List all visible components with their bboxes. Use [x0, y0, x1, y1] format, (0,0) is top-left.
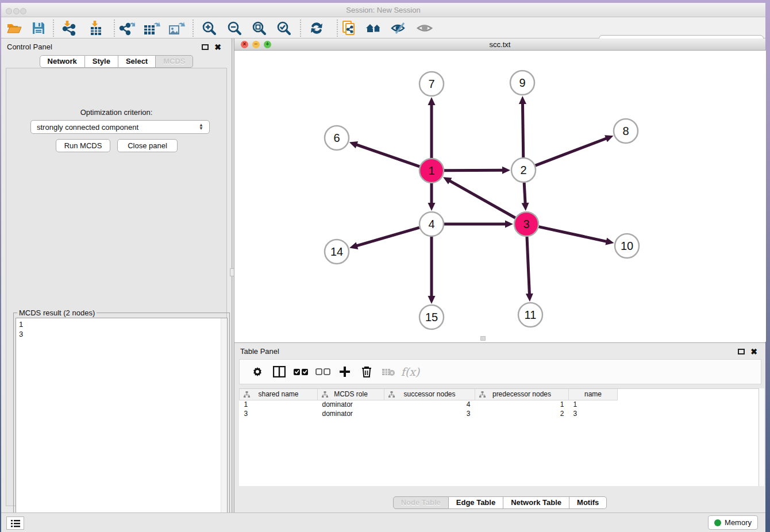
graph-node-3[interactable]: 3 — [514, 212, 538, 236]
graph-edge-2-8[interactable] — [536, 135, 614, 165]
float-table-panel-icon[interactable] — [738, 349, 745, 354]
float-panel-icon[interactable] — [202, 44, 209, 50]
graph-node-14[interactable]: 14 — [325, 240, 349, 264]
table-cell[interactable]: 1 — [569, 400, 618, 409]
graph-node-2[interactable]: 2 — [511, 158, 536, 182]
table-cell[interactable]: 4 — [384, 400, 475, 409]
tab-select[interactable]: Select — [118, 55, 156, 68]
memory-label: Memory — [725, 518, 752, 527]
control-panel-tabs: NetworkStyleSelectMCDS — [1, 55, 232, 68]
graph-node-8[interactable]: 8 — [614, 119, 638, 143]
graph-node-15[interactable]: 15 — [419, 305, 444, 329]
column-header-shared-name[interactable]: shared name — [240, 389, 318, 400]
close-table-panel-icon[interactable]: ✖ — [750, 347, 757, 356]
mcds-result-title: MCDS result (2 nodes) — [17, 309, 97, 317]
table-cell[interactable]: 1 — [240, 400, 318, 409]
graph-node-6[interactable]: 6 — [325, 126, 349, 150]
graph-node-1[interactable]: 1 — [419, 159, 444, 183]
graph-edge-4-14[interactable] — [349, 228, 419, 249]
close-panel-button[interactable]: Close panel — [117, 139, 178, 152]
svg-text:1: 1 — [428, 164, 434, 177]
graph-edge-2-3[interactable] — [522, 183, 529, 211]
graph-edge-3-11[interactable] — [526, 237, 533, 302]
table-cell[interactable]: 3 — [384, 409, 475, 418]
graph-edge-4-3[interactable] — [444, 221, 513, 228]
control-panel: Control Panel ✖ NetworkStyleSelectMCDS O… — [1, 38, 232, 512]
scrollbar[interactable] — [221, 318, 227, 530]
function-builder-icon[interactable]: f(x) — [399, 363, 421, 380]
canvas-scroll-grip[interactable] — [480, 336, 486, 341]
graph-node-11[interactable]: 11 — [518, 303, 542, 327]
toolbar-separator — [53, 20, 54, 37]
task-history-button[interactable] — [6, 516, 24, 530]
graph-edge-4-15[interactable] — [428, 237, 436, 304]
export-image-icon[interactable] — [167, 20, 186, 36]
graph-node-9[interactable]: 9 — [510, 71, 534, 95]
graph-edge-1-6[interactable] — [349, 141, 419, 167]
table-cell[interactable]: 2 — [475, 409, 569, 418]
save-session-icon[interactable] — [29, 20, 48, 36]
tab-style[interactable]: Style — [85, 55, 118, 68]
table-cell[interactable]: 1 — [475, 400, 569, 409]
svg-text:14: 14 — [330, 245, 343, 258]
graph-node-7[interactable]: 7 — [419, 72, 444, 96]
export-table-icon[interactable] — [142, 20, 161, 36]
import-network-icon[interactable] — [59, 20, 79, 36]
tab-network-table[interactable]: Network Table — [503, 496, 569, 509]
tab-node-table[interactable]: Node Table — [393, 496, 449, 509]
optimization-criterion-select[interactable]: strongly connected component ▲▼ — [30, 120, 210, 134]
table-cell[interactable]: dominator — [318, 409, 384, 418]
column-header-successor-nodes[interactable]: successor nodes — [384, 389, 475, 400]
mcds-result-text[interactable]: 13 — [16, 318, 228, 531]
show-panels-eye-icon[interactable] — [415, 20, 434, 36]
home-icon[interactable] — [364, 20, 384, 36]
graph-edge-2-9[interactable] — [519, 96, 526, 157]
memory-button[interactable]: Memory — [708, 515, 758, 530]
main-toolbar — [1, 17, 765, 38]
svg-text:4: 4 — [428, 218, 434, 230]
tab-motifs[interactable]: Motifs — [569, 496, 607, 509]
zoom-selected-icon[interactable] — [274, 20, 294, 36]
zoom-in-icon[interactable] — [199, 20, 219, 36]
delete-table-icon[interactable] — [378, 363, 399, 380]
column-header-name[interactable]: name — [569, 389, 618, 400]
table-cell[interactable]: dominator — [318, 400, 384, 409]
graph-edge-1-4[interactable] — [428, 183, 436, 211]
column-header-predecessor-nodes[interactable]: predecessor nodes — [475, 389, 569, 400]
table-scrollbar[interactable] — [759, 388, 764, 486]
tab-mcds[interactable]: MCDS — [156, 55, 193, 68]
tab-network[interactable]: Network — [40, 55, 85, 68]
delete-trash-icon[interactable] — [356, 363, 378, 380]
network-graph[interactable]: 7968124314101511 — [234, 51, 766, 342]
add-column-plus-icon[interactable] — [334, 363, 356, 380]
table-row[interactable]: 1dominator411 — [240, 400, 618, 409]
column-view-icon[interactable] — [268, 363, 290, 380]
graph-node-10[interactable]: 10 — [615, 234, 639, 258]
hide-panels-eye-icon[interactable] — [389, 20, 409, 36]
chevron-up-down-icon: ▲▼ — [199, 124, 203, 130]
graph-edge-1-7[interactable] — [428, 97, 436, 158]
clone-network-icon[interactable] — [340, 20, 359, 36]
import-table-icon[interactable] — [86, 20, 106, 36]
network-canvas[interactable]: 7968124314101511 — [234, 51, 766, 342]
export-network-icon[interactable] — [117, 20, 137, 36]
open-session-icon[interactable] — [5, 20, 24, 36]
table-settings-gear-icon[interactable] — [247, 363, 268, 380]
graph-edge-1-2[interactable] — [444, 167, 510, 174]
namespace-tree-icon — [322, 391, 328, 398]
graph-edge-3-1[interactable] — [443, 177, 515, 218]
graph-node-4[interactable]: 4 — [419, 212, 444, 236]
close-panel-icon[interactable]: ✖ — [214, 43, 221, 52]
column-header-MCDS-role[interactable]: MCDS role — [318, 389, 384, 400]
zoom-fit-icon[interactable] — [249, 20, 269, 36]
apply-layout-icon[interactable] — [307, 20, 326, 36]
table-cell[interactable]: 3 — [569, 409, 618, 418]
tab-edge-table[interactable]: Edge Table — [449, 496, 503, 509]
deselect-all-icon[interactable] — [312, 363, 334, 380]
table-cell[interactable]: 3 — [240, 409, 318, 418]
table-row[interactable]: 3dominator323 — [240, 409, 618, 418]
run-mcds-button[interactable]: Run MCDS — [56, 139, 110, 152]
graph-edge-3-10[interactable] — [538, 227, 614, 245]
select-all-icon[interactable] — [290, 363, 312, 380]
zoom-out-icon[interactable] — [225, 20, 244, 36]
